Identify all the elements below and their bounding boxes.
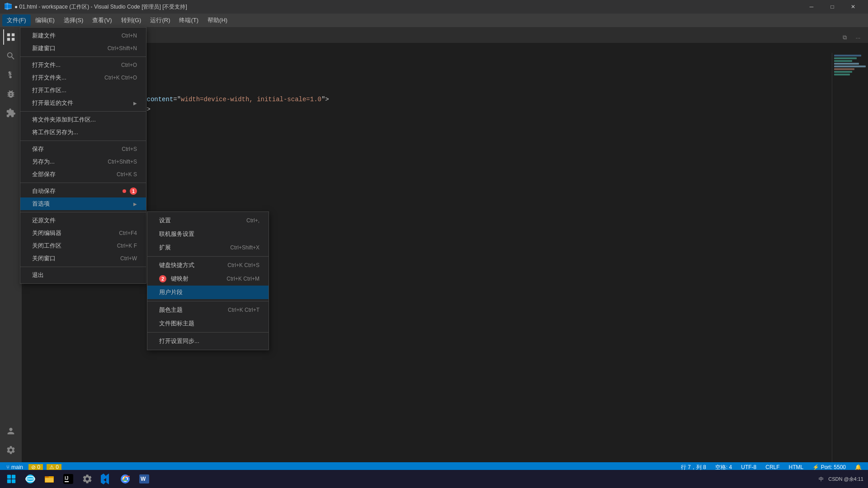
taskbar-ie[interactable] [21,471,39,487]
title-bar-title: ● 01.html - workspace (工作区) - Visual Stu… [14,3,187,11]
divider-1 [20,56,146,57]
activity-extensions[interactable] [3,105,19,121]
prefs-file-icon-theme[interactable]: 文件图标主题 [147,317,269,330]
menu-select[interactable]: 选择(S) [59,14,88,26]
split-editor-button[interactable]: ⧉ [839,32,850,43]
code-line-5: <meta name="viewport" content="width=dev… [44,94,832,104]
menu-close-window[interactable]: 关闭窗口 Ctrl+W [20,252,146,265]
prefs-keymaps[interactable]: 2 键映射 Ctrl+K Ctrl+M [147,272,269,286]
breadcrumb: yygh › vue › ◈ 01.html › ⟨⟩ html › ⟨⟩ he… [22,43,868,53]
taskbar-vscode[interactable] [97,471,115,487]
taskbar-right: 中 CSDN @余4:11 [817,476,866,483]
maximize-button[interactable]: □ [822,0,843,14]
code-line-6: <title>Document</title> [44,104,832,114]
menu-file[interactable]: 文件(F) [2,14,31,26]
activity-bar [0,27,22,462]
taskbar-clock[interactable]: CSDN @余4:11 [828,476,863,483]
menu-exit[interactable]: 退出 [20,269,146,282]
taskbar-lang[interactable]: 中 [817,476,826,483]
prefs-keyboard-shortcuts[interactable]: 键盘快捷方式 Ctrl+K Ctrl+S [147,258,269,272]
submenu-divider-3 [147,332,269,333]
status-notifications[interactable]: 🔔 [853,464,863,470]
menu-save-workspace[interactable]: 将工作区另存为... [20,126,146,139]
menu-save-all[interactable]: 全部保存 Ctrl+K S [20,168,146,181]
submenu-divider-2 [147,301,269,301]
menu-save[interactable]: 保存 Ctrl+S [20,143,146,155]
git-branch-icon: ⑂ [6,464,9,470]
prefs-extensions[interactable]: 扩展 Ctrl+Shift+X [147,241,269,254]
menu-edit[interactable]: 编辑(E) [31,14,59,26]
status-errors[interactable]: ⊘ 0 [28,464,43,470]
prefs-settings-sync[interactable]: 打开设置同步... [147,334,269,348]
live-server-icon: ⚡ [812,464,819,470]
divider-4 [20,183,146,183]
prefs-online-services[interactable]: 联机服务设置 [147,227,269,241]
activity-debug[interactable] [3,86,19,102]
prefs-settings[interactable]: 设置 Ctrl+, [147,214,269,227]
title-bar-left: ● 01.html - workspace (工作区) - Visual Stu… [5,3,187,11]
status-left: ⑂ main ⊘ 0 ⚠ 0 [5,464,61,470]
svg-rect-8 [45,476,49,478]
menu-terminal[interactable]: 终端(T) [175,14,203,26]
activity-bar-bottom [3,423,19,462]
menu-new-window[interactable]: 新建窗口 Ctrl+Shift+N [20,42,146,55]
menu-save-as[interactable]: 另存为... Ctrl+Shift+S [20,155,146,168]
activity-settings[interactable] [3,442,19,458]
taskbar-user: CSDN @余4:11 [828,476,863,483]
status-language[interactable]: HTML [787,464,806,470]
code-line-2: <html lang="en"> [44,65,832,75]
code-line-8: <body> [44,124,832,134]
menu-run[interactable]: 运行(R) [146,14,175,26]
activity-source-control[interactable] [3,67,19,83]
preferences-submenu: 设置 Ctrl+, 联机服务设置 扩展 Ctrl+Shift+X 键盘快捷方式 … [147,211,269,350]
title-bar: ● 01.html - workspace (工作区) - Visual Stu… [0,0,868,14]
close-button[interactable]: ✕ [843,0,863,14]
activity-search[interactable] [3,48,19,64]
prefs-user-snippets[interactable]: 用户片段 [147,286,269,299]
file-dropdown-menu: 新建文件 Ctrl+N 新建窗口 Ctrl+Shift+N 打开文件... Ct… [20,27,146,284]
menu-new-file[interactable]: 新建文件 Ctrl+N [20,29,146,42]
menu-open-folder[interactable]: 打开文件夹... Ctrl+K Ctrl+O [20,71,146,84]
tab-actions: ⧉ ··· [839,32,868,43]
menu-open-workspace[interactable]: 打开工作区... [20,84,146,97]
more-actions-button[interactable]: ··· [853,32,863,43]
status-port[interactable]: ⚡ Port: 5500 [811,464,848,470]
title-bar-controls: ─ □ ✕ [801,0,863,14]
divider-6 [20,267,146,267]
minimize-button[interactable]: ─ [801,0,822,14]
status-warnings[interactable]: ⚠ 0 [47,464,61,470]
menu-goto[interactable]: 转到(G) [117,14,146,26]
status-git-branch[interactable]: ⑂ main [5,464,25,470]
menu-close-editor[interactable]: 关闭编辑器 Ctrl+F4 [20,227,146,239]
activity-account[interactable] [3,423,19,439]
prefs-color-theme[interactable]: 颜色主题 Ctrl+K Ctrl+T [147,303,269,317]
minimap [832,53,868,462]
activity-explorer[interactable] [3,29,19,45]
divider-5 [20,212,146,212]
auto-save-indicator [123,189,126,193]
status-encoding[interactable]: UTF-8 [739,464,758,470]
menu-help[interactable]: 帮助(H) [203,14,232,26]
code-line-1: <!DOCTYPE html> [44,55,832,65]
code-line-7: </head> [44,114,832,124]
taskbar-explorer[interactable] [40,471,58,487]
status-line-ending[interactable]: CRLF [764,464,781,470]
auto-save-badge: 1 [130,188,137,195]
menu-preferences[interactable]: 首选项 ▶ [20,197,146,210]
start-button[interactable] [2,471,20,487]
svg-rect-0 [7,475,11,479]
taskbar-intellij[interactable]: IJ [59,471,77,487]
menu-bar: 文件(F) 编辑(E) 选择(S) 查看(V) 转到(G) 运行(R) 终端(T… [0,14,868,27]
menu-view[interactable]: 查看(V) [88,14,116,26]
menu-revert[interactable]: 还原文件 [20,214,146,227]
menu-auto-save[interactable]: 自动保存 1 [20,185,146,197]
menu-recent[interactable]: 打开最近的文件 ▶ [20,97,146,109]
menu-add-folder[interactable]: 将文件夹添加到工作区... [20,113,146,126]
tab-bar: H 01-入门.html H 01.html ⧉ ··· [22,27,868,43]
taskbar-settings[interactable] [78,471,96,487]
taskbar-chrome[interactable] [116,471,134,487]
svg-text:IJ: IJ [65,476,68,481]
taskbar-word[interactable]: W [135,471,153,487]
menu-close-workspace[interactable]: 关闭工作区 Ctrl+K F [20,239,146,252]
menu-open-file[interactable]: 打开文件... Ctrl+O [20,59,146,71]
